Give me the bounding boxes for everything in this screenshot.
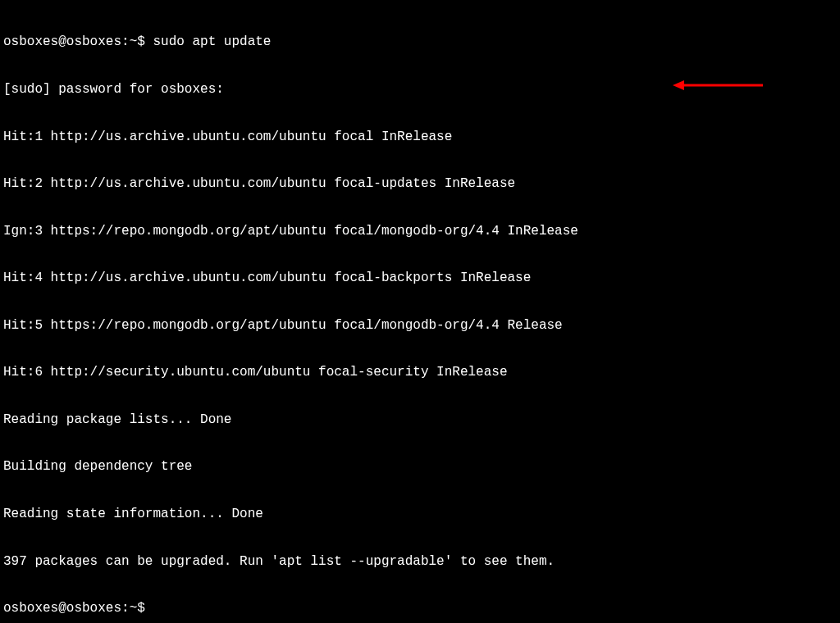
prompt: osboxes@osboxes:~$ [3,34,153,49]
terminal-line: Reading state information... Done [3,507,837,522]
command: sudo apt update [153,34,271,49]
terminal-line: Building dependency tree [3,459,837,475]
terminal-line-prompt: osboxes@osboxes:~$ sudo apt update [3,34,837,50]
terminal-line: [sudo] password for osboxes: [3,82,837,98]
terminal-line: Hit:6 http://security.ubuntu.com/ubuntu … [3,365,837,380]
terminal-line: 397 packages can be upgraded. Run 'apt l… [3,554,837,570]
terminal-line-highlighted: Ign:3 https://repo.mongodb.org/apt/ubunt… [3,224,837,239]
terminal-line: Hit:4 http://us.archive.ubuntu.com/ubunt… [3,271,837,286]
prompt: osboxes@osboxes:~$ [3,601,153,616]
terminal-line-prompt: osboxes@osboxes:~$ [3,601,837,616]
terminal-line: Hit:5 https://repo.mongodb.org/apt/ubunt… [3,318,837,334]
terminal-line: Reading package lists... Done [3,412,837,428]
terminal-line: Hit:1 http://us.archive.ubuntu.com/ubunt… [3,130,837,145]
terminal-output[interactable]: osboxes@osboxes:~$ sudo apt update [sudo… [3,3,837,623]
terminal-line: Hit:2 http://us.archive.ubuntu.com/ubunt… [3,176,837,192]
